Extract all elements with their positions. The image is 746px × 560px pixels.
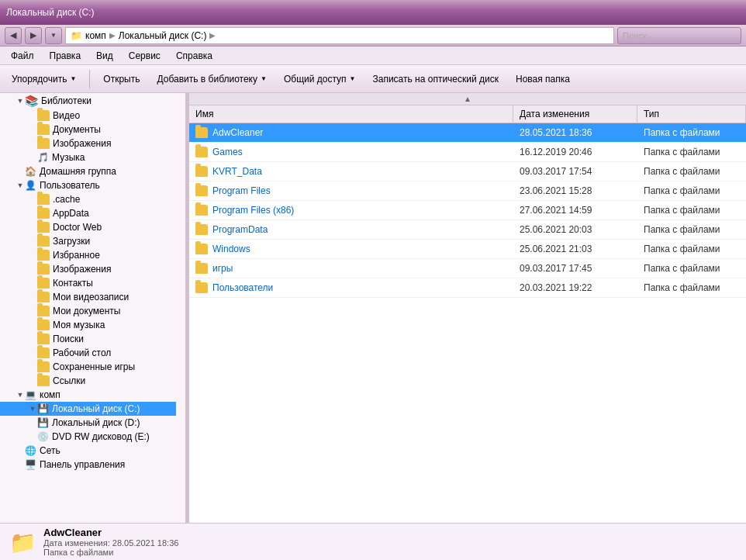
sidebar-item-homegroup[interactable]: 🏠 Домашняя группа [0,164,176,178]
col-header-name[interactable]: Имя [189,105,513,123]
file-row-programfilesx86[interactable]: Program Files (x86) 27.06.2021 14:59 Пап… [189,201,746,220]
sidebar-item-searches[interactable]: Поиски [0,332,176,346]
forward-button[interactable]: ▶ [25,27,42,44]
expand-icon [28,306,37,316]
title-bar-content: Локальный диск (C:) [6,7,740,18]
toolbar-organize[interactable]: Упорядочить ▼ [5,70,83,88]
sidebar-item-video[interactable]: Видео [0,109,176,123]
menu-help[interactable]: Справка [168,49,220,63]
images2-label: Изображения [53,264,111,275]
sidebar-item-libraries[interactable]: ▼ 📚 Библиотеки [0,93,176,109]
homegroup-label: Домашняя группа [40,166,116,177]
sidebar-scroll-container[interactable]: ▼ 📚 Библиотеки Видео Документы Изображен… [0,93,185,523]
file-row-games[interactable]: Games 16.12.2019 20:46 Папка с файлами [189,143,746,162]
menu-file[interactable]: Файл [3,49,42,63]
file-type: Папка с файлами [637,126,746,140]
file-row-kvrt[interactable]: KVRT_Data 09.03.2017 17:54 Папка с файла… [189,162,746,181]
file-name-cell: Games [189,145,513,159]
sidebar-item-downloads[interactable]: Загрузки [0,234,176,248]
toolbar-new-folder[interactable]: Новая папка [509,70,577,88]
sidebar-item-computer[interactable]: ▼ 💻 комп [0,388,176,402]
status-detail: Дата изменения: 28.05.2021 18:36 [43,538,178,548]
sidebar-item-images[interactable]: Изображения [0,137,176,150]
searches-label: Поиски [53,334,84,344]
music-icon: 🎵 [37,152,49,163]
col-header-type[interactable]: Тип [637,105,746,123]
file-row-users[interactable]: Пользователи 20.03.2021 19:22 Папка с фа… [189,278,746,298]
toolbar-add-library[interactable]: Добавить в библиотеку ▼ [150,70,273,88]
sidebar-item-disk-c[interactable]: ▼ 💾 Локальный диск (C:) [0,402,176,416]
back-button[interactable]: ◀ [5,27,22,44]
col-header-date[interactable]: Дата изменения [513,105,637,123]
path-icon: 📁 [71,30,82,41]
folder-icon [37,208,50,219]
toolbar-burn[interactable]: Записать на оптический диск [365,70,506,88]
expand-icon [28,209,37,218]
new-folder-label: Новая папка [516,74,570,85]
expand-icon [28,320,37,330]
scroll-up-arrow[interactable]: ▲ [189,93,746,105]
toolbar-share[interactable]: Общий доступ ▼ [277,70,363,88]
file-row-programdata[interactable]: ProgramData 25.06.2021 20:03 Папка с фай… [189,220,746,240]
sidebar-item-contacts[interactable]: Контакты [0,276,176,290]
menu-tools[interactable]: Сервис [121,49,168,63]
appdata-label: AppData [53,208,89,219]
sidebar-item-images2[interactable]: Изображения [0,262,176,276]
user-label: Пользователь [40,180,100,191]
sidebar-item-desktop[interactable]: Рабочий стол [0,346,176,360]
images-label: Изображения [53,138,111,149]
folder-icon [195,282,208,293]
sidebar-item-dvd[interactable]: 💿 DVD RW дисковод (E:) [0,430,176,444]
sidebar-item-cache[interactable]: .cache [0,192,176,206]
sidebar-item-doctorweb[interactable]: Doctor Web [0,220,176,234]
file-type: Папка с файлами [637,184,746,198]
sidebar-item-appdata[interactable]: AppData [0,206,176,220]
file-type: Папка с файлами [637,164,746,178]
sidebar-item-mymusic[interactable]: Моя музыка [0,318,176,332]
sidebar-item-user[interactable]: ▼ 👤 Пользователь [0,178,176,192]
sidebar-item-disk-d[interactable]: 💾 Локальный диск (D:) [0,416,176,430]
user-icon: 👤 [25,180,36,191]
file-row-windows[interactable]: Windows 25.06.2021 21:03 Папка с файлами [189,240,746,259]
folder-icon [195,244,208,254]
sidebar-item-network[interactable]: 🌐 Сеть [0,444,176,458]
control-icon: 🖥️ [25,459,36,470]
folder-icon [37,222,50,233]
file-row-games-ru[interactable]: игры 09.03.2017 17:45 Папка с файлами [189,259,746,278]
folder-icon [37,334,50,344]
music-label: Музыка [52,152,85,163]
expand-icon [28,264,37,274]
sidebar-item-music[interactable]: 🎵 Музыка [0,150,176,164]
file-name-cell: Program Files [189,184,513,198]
dropdown-button[interactable]: ▼ [45,27,62,44]
folder-icon [37,306,50,316]
menu-edit[interactable]: Правка [42,49,89,63]
sidebar-item-favorites[interactable]: Избранное [0,248,176,262]
sidebar-item-videos[interactable]: Мои видеозаписи [0,290,176,304]
file-row-programfiles[interactable]: Program Files 23.06.2021 15:28 Папка с ф… [189,181,746,201]
folder-icon [37,292,50,302]
address-path[interactable]: 📁 комп ▶ Локальный диск (C:) ▶ [65,27,614,44]
folder-icon [195,147,208,157]
search-button[interactable]: Поиск... [617,27,741,44]
sidebar-item-savedgames[interactable]: Сохраненные игры [0,360,176,374]
sidebar-item-control-panel[interactable]: 🖥️ Панель управления [0,458,176,472]
sidebar-item-links[interactable]: Ссылки [0,374,176,388]
window-title: Локальный диск (C:) [6,7,95,18]
folder-icon [37,347,50,358]
menu-view[interactable]: Вид [88,49,121,63]
file-name: Windows [212,244,250,254]
status-info: AdwCleaner Дата изменения: 28.05.2021 18… [43,527,178,557]
sidebar-item-documents[interactable]: Документы [0,123,176,137]
organize-label: Упорядочить [12,74,67,85]
expand-icon [28,362,37,372]
downloads-label: Загрузки [53,236,90,247]
file-name: AdwCleaner [212,127,263,138]
file-name-cell: KVRT_Data [189,164,513,178]
sidebar-item-mydocs[interactable]: Мои документы [0,304,176,318]
expand-icon [28,111,37,120]
toolbar-open[interactable]: Открыть [96,70,147,88]
file-row-adwcleaner[interactable]: AdwCleaner 28.05.2021 18:36 Папка с файл… [189,123,746,143]
expand-icon: ▼ [28,404,37,413]
links-label: Ссылки [53,375,85,386]
